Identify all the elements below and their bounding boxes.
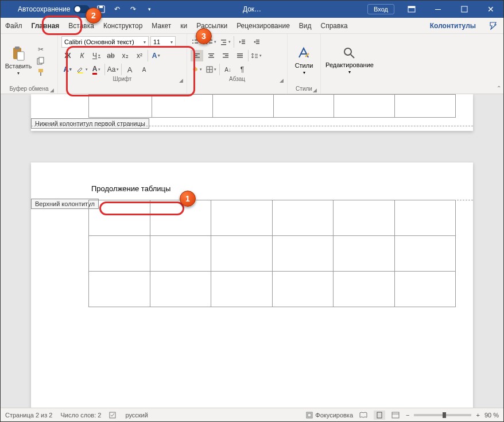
document-area[interactable]: Нижний колонтитул первой страницы Продол… — [1, 94, 503, 408]
styles-label: Стили◢ — [291, 85, 317, 92]
align-center-icon[interactable] — [205, 50, 218, 61]
print-layout-icon[interactable] — [374, 411, 385, 420]
svg-rect-35 — [208, 57, 214, 58]
tab-help[interactable]: Справка — [316, 18, 352, 33]
bold-button[interactable]: Ж — [61, 50, 74, 61]
svg-rect-29 — [256, 43, 259, 44]
show-marks-icon[interactable]: ¶ — [236, 64, 249, 75]
change-case-button[interactable]: Aa — [107, 64, 119, 75]
svg-rect-9 — [39, 57, 44, 63]
svg-rect-4 — [462, 6, 467, 12]
highlight-icon[interactable] — [76, 64, 88, 75]
title-bar: Автосохранение ↶ ↷ ▾ Док… Вход ─ ✕ — [1, 1, 503, 18]
zoom-slider[interactable] — [414, 414, 471, 416]
title-right: Вход ─ ✕ — [367, 1, 503, 18]
svg-rect-20 — [209, 42, 212, 44]
find-icon — [343, 47, 356, 60]
svg-rect-21 — [221, 40, 226, 41]
zoom-out-button[interactable]: − — [406, 412, 409, 419]
focus-mode-button[interactable]: Фокусировка — [306, 412, 353, 419]
shading-icon[interactable] — [191, 64, 203, 75]
svg-point-15 — [192, 42, 193, 44]
indent-increase-icon[interactable] — [250, 36, 263, 48]
read-mode-icon[interactable] — [358, 411, 369, 420]
table[interactable] — [88, 94, 456, 118]
svg-rect-39 — [237, 53, 243, 55]
spellcheck-icon[interactable] — [109, 411, 117, 419]
login-button[interactable]: Вход — [367, 4, 394, 14]
paragraph-dialog-icon[interactable]: ◢ — [280, 78, 284, 83]
table[interactable] — [88, 200, 456, 307]
tab-view[interactable]: Вид — [294, 18, 316, 33]
text-effects-icon[interactable]: A — [150, 50, 162, 61]
tab-references[interactable]: ки — [176, 18, 192, 33]
svg-rect-42 — [255, 54, 258, 55]
cut-icon[interactable]: ✂ — [35, 44, 46, 55]
maximize-icon[interactable] — [452, 1, 477, 18]
ribbon-options-icon[interactable] — [399, 1, 424, 18]
autosave-label: Автосохранение — [1, 5, 70, 13]
font-name-combo[interactable]: Calibri (Основной текст)▾ — [61, 36, 149, 48]
group-clipboard: Вставить ▾ ✂ Буфер обмена◢ — [1, 34, 58, 94]
grow-font-button[interactable]: A — [123, 64, 136, 75]
editing-button[interactable]: Редактирование ▾ — [324, 36, 375, 85]
minimize-icon[interactable]: ─ — [425, 1, 451, 18]
paste-label: Вставить — [5, 63, 32, 69]
font-color-icon[interactable]: A — [90, 64, 103, 75]
zoom-in-button[interactable]: + — [476, 412, 479, 419]
page-indicator[interactable]: Страница 2 из 2 — [5, 412, 52, 419]
tell-me-icon[interactable] — [483, 18, 503, 33]
indent-decrease-icon[interactable] — [236, 36, 249, 48]
strikethrough-button[interactable]: ab — [104, 50, 117, 61]
styles-button[interactable]: Стили ▾ — [291, 36, 317, 85]
subscript-button[interactable]: x₂ — [119, 50, 131, 61]
paste-button[interactable]: Вставить ▾ — [4, 36, 33, 85]
svg-rect-44 — [255, 57, 258, 58]
close-icon[interactable]: ✕ — [478, 1, 503, 18]
font-size-combo[interactable]: 11▾ — [150, 36, 176, 48]
tab-header-footer[interactable]: Колонтитулы — [425, 18, 480, 33]
line-spacing-icon[interactable] — [250, 50, 263, 61]
italic-button[interactable]: К — [76, 50, 88, 61]
svg-rect-27 — [256, 40, 259, 41]
group-editing: Редактирование ▾ — [321, 34, 378, 94]
svg-rect-12 — [77, 72, 83, 73]
tab-review[interactable]: Рецензирование — [232, 18, 294, 33]
tab-home[interactable]: Главная — [27, 18, 64, 33]
footer-tag[interactable]: Нижний колонтитул первой страницы — [31, 118, 149, 129]
align-right-icon[interactable] — [219, 50, 232, 61]
svg-rect-16 — [195, 42, 198, 44]
redo-icon[interactable]: ↷ — [126, 2, 140, 16]
word-count[interactable]: Число слов: 2 — [60, 412, 101, 419]
format-painter-icon[interactable] — [35, 67, 46, 78]
collapse-ribbon-icon[interactable]: ⌃ — [497, 85, 501, 91]
svg-rect-25 — [242, 41, 245, 42]
continuation-text[interactable]: Продолжение таблицы — [91, 184, 170, 193]
underline-button[interactable]: Ч — [90, 50, 103, 61]
copy-icon[interactable] — [35, 56, 46, 66]
align-left-icon[interactable] — [191, 50, 203, 61]
group-styles: Стили ▾ Стили◢ — [288, 34, 321, 94]
svg-rect-10 — [38, 69, 43, 72]
svg-rect-41 — [237, 57, 243, 58]
svg-rect-3 — [408, 6, 415, 8]
styles-dialog-icon[interactable]: ◢ — [313, 87, 317, 93]
text-fill-icon[interactable]: A — [61, 64, 74, 75]
zoom-level[interactable]: 90 % — [484, 412, 499, 419]
justify-icon[interactable] — [234, 50, 246, 61]
undo-icon[interactable]: ↶ — [110, 2, 124, 16]
sort-icon[interactable]: A↓ — [222, 64, 234, 75]
qat-more-icon[interactable]: ▾ — [142, 2, 156, 16]
font-dialog-icon[interactable]: ◢ — [179, 78, 183, 83]
borders-icon[interactable] — [205, 64, 218, 75]
tab-layout[interactable]: Макет — [147, 18, 176, 33]
tab-design[interactable]: Конструктор — [99, 18, 147, 33]
svg-rect-31 — [194, 55, 197, 56]
tab-file[interactable]: Файл — [1, 18, 27, 33]
language-indicator[interactable]: русский — [125, 412, 148, 419]
superscript-button[interactable]: x² — [133, 50, 146, 61]
clipboard-dialog-icon[interactable]: ◢ — [50, 87, 54, 93]
shrink-font-button[interactable]: A — [138, 64, 150, 75]
multilevel-icon[interactable] — [219, 36, 232, 48]
web-layout-icon[interactable] — [390, 411, 401, 420]
